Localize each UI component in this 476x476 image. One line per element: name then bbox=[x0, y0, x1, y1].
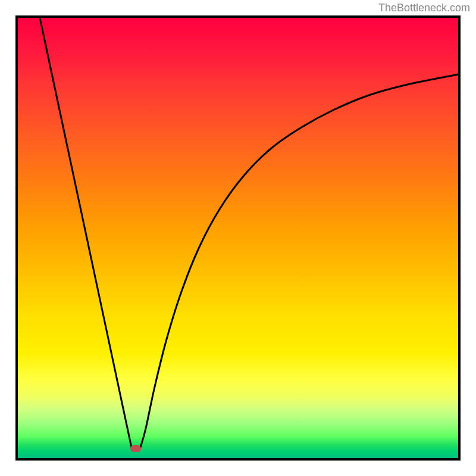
chart-area bbox=[15, 15, 461, 461]
watermark-text: TheBottleneck.com bbox=[378, 2, 470, 14]
left-descent-line bbox=[40, 18, 131, 447]
chart-curves bbox=[18, 18, 458, 458]
optimal-point-marker bbox=[130, 445, 141, 452]
right-ascent-curve bbox=[140, 74, 458, 447]
